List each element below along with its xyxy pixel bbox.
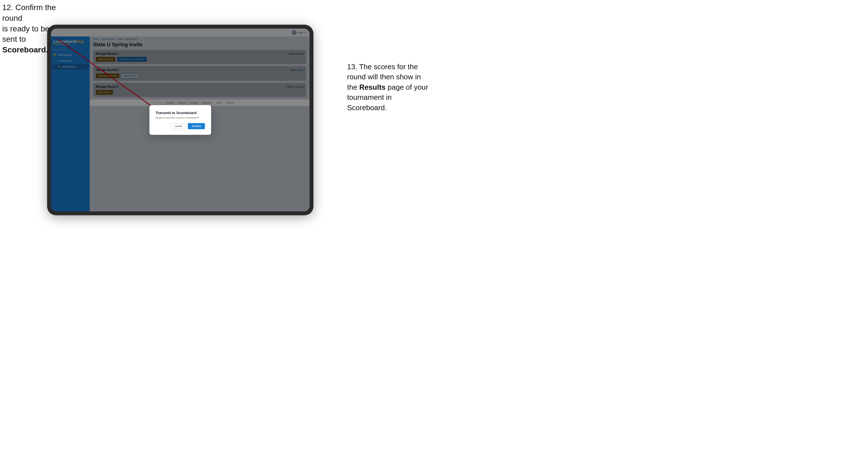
modal-overlay: Transmit to Scoreboard Ready to send thi… <box>51 29 310 211</box>
annotation-line1: 12. Confirm the round <box>2 3 56 23</box>
modal-confirm-button[interactable]: Confirm <box>188 123 205 129</box>
modal-dialog: Transmit to Scoreboard Ready to send thi… <box>149 105 211 135</box>
modal-actions: Cancel Confirm <box>156 123 205 129</box>
modal-title: Transmit to Scoreboard <box>156 111 205 115</box>
annotation-right: 13. The scores for the round will then s… <box>347 62 431 113</box>
tablet-frame: Sign In LeaderboardKing MAIN MENU 🏆 Tour… <box>47 25 313 215</box>
annotation-line2: is ready to be sent to <box>2 24 49 44</box>
modal-subtitle: Ready to send this round to Scoreboard? <box>156 116 205 119</box>
modal-cancel-button[interactable]: Cancel <box>171 123 186 129</box>
annotation-line3: Scoreboard. <box>2 45 48 54</box>
tablet-screen: Sign In LeaderboardKing MAIN MENU 🏆 Tour… <box>51 29 310 211</box>
app-layout: LeaderboardKing MAIN MENU 🏆 Tournaments … <box>51 36 310 211</box>
main-content: Home > Tournaments > State U Spring Invi… <box>90 36 310 211</box>
annotation-right-bold: Results <box>359 83 385 91</box>
